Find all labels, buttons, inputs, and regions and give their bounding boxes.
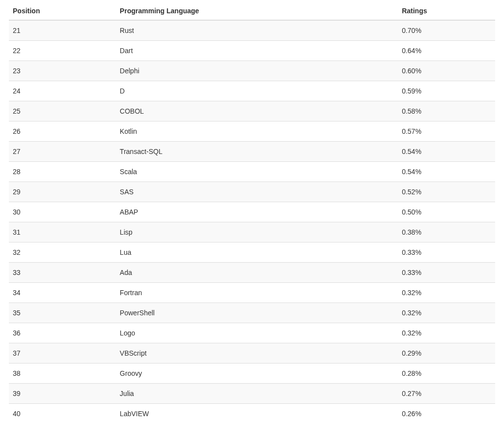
table-row: 28Scala0.54% (9, 162, 495, 182)
cell-position: 22 (9, 41, 116, 61)
cell-position: 28 (9, 162, 116, 182)
cell-position: 33 (9, 263, 116, 283)
header-language: Programming Language (116, 2, 398, 20)
table-row: 24D0.59% (9, 81, 495, 101)
table-row: 27Transact-SQL0.54% (9, 142, 495, 162)
language-rankings-table-container: Position Programming Language Ratings 21… (0, 0, 504, 424)
cell-language: Lua (116, 243, 398, 263)
cell-position: 27 (9, 142, 116, 162)
cell-position: 34 (9, 283, 116, 303)
cell-language: Ada (116, 263, 398, 283)
cell-position: 36 (9, 323, 116, 343)
cell-language: COBOL (116, 101, 398, 121)
cell-ratings: 0.26% (398, 404, 495, 424)
cell-position: 29 (9, 182, 116, 202)
cell-ratings: 0.52% (398, 182, 495, 202)
cell-language: Rust (116, 20, 398, 41)
table-row: 36Logo0.32% (9, 323, 495, 343)
table-row: 33Ada0.33% (9, 263, 495, 283)
table-row: 25COBOL0.58% (9, 101, 495, 121)
cell-language: Transact-SQL (116, 142, 398, 162)
language-rankings-table: Position Programming Language Ratings 21… (9, 2, 495, 424)
cell-position: 35 (9, 303, 116, 323)
table-row: 21Rust0.70% (9, 20, 495, 41)
table-row: 23Delphi0.60% (9, 61, 495, 81)
cell-language: PowerShell (116, 303, 398, 323)
cell-position: 31 (9, 222, 116, 243)
cell-ratings: 0.27% (398, 384, 495, 404)
cell-position: 25 (9, 101, 116, 121)
cell-ratings: 0.70% (398, 20, 495, 41)
cell-language: ABAP (116, 202, 398, 222)
table-row: 29SAS0.52% (9, 182, 495, 202)
cell-language: Scala (116, 162, 398, 182)
table-row: 37VBScript0.29% (9, 343, 495, 364)
cell-ratings: 0.54% (398, 142, 495, 162)
cell-language: SAS (116, 182, 398, 202)
cell-language: D (116, 81, 398, 101)
cell-language: Kotlin (116, 121, 398, 142)
cell-ratings: 0.64% (398, 41, 495, 61)
table-row: 40LabVIEW0.26% (9, 404, 495, 424)
cell-language: Delphi (116, 61, 398, 81)
cell-language: LabVIEW (116, 404, 398, 424)
cell-position: 39 (9, 384, 116, 404)
table-row: 35PowerShell0.32% (9, 303, 495, 323)
header-ratings: Ratings (398, 2, 495, 20)
cell-position: 26 (9, 121, 116, 142)
table-row: 31Lisp0.38% (9, 222, 495, 243)
cell-ratings: 0.38% (398, 222, 495, 243)
header-position: Position (9, 2, 116, 20)
table-row: 38Groovy0.28% (9, 364, 495, 384)
cell-ratings: 0.54% (398, 162, 495, 182)
table-header-row: Position Programming Language Ratings (9, 2, 495, 20)
table-row: 39Julia0.27% (9, 384, 495, 404)
cell-language: Logo (116, 323, 398, 343)
cell-position: 38 (9, 364, 116, 384)
cell-position: 21 (9, 20, 116, 41)
cell-position: 32 (9, 243, 116, 263)
cell-language: Lisp (116, 222, 398, 243)
cell-ratings: 0.60% (398, 61, 495, 81)
table-row: 32Lua0.33% (9, 243, 495, 263)
table-row: 26Kotlin0.57% (9, 121, 495, 142)
cell-ratings: 0.33% (398, 243, 495, 263)
table-row: 34Fortran0.32% (9, 283, 495, 303)
table-row: 22Dart0.64% (9, 41, 495, 61)
cell-position: 23 (9, 61, 116, 81)
cell-ratings: 0.57% (398, 121, 495, 142)
cell-language: Groovy (116, 364, 398, 384)
cell-position: 37 (9, 343, 116, 364)
cell-ratings: 0.28% (398, 364, 495, 384)
cell-ratings: 0.32% (398, 283, 495, 303)
cell-ratings: 0.59% (398, 81, 495, 101)
cell-language: VBScript (116, 343, 398, 364)
cell-language: Dart (116, 41, 398, 61)
cell-position: 24 (9, 81, 116, 101)
cell-ratings: 0.50% (398, 202, 495, 222)
cell-position: 30 (9, 202, 116, 222)
cell-position: 40 (9, 404, 116, 424)
cell-ratings: 0.58% (398, 101, 495, 121)
cell-ratings: 0.33% (398, 263, 495, 283)
cell-ratings: 0.29% (398, 343, 495, 364)
table-row: 30ABAP0.50% (9, 202, 495, 222)
cell-language: Julia (116, 384, 398, 404)
table-body: 21Rust0.70%22Dart0.64%23Delphi0.60%24D0.… (9, 20, 495, 424)
cell-ratings: 0.32% (398, 303, 495, 323)
cell-language: Fortran (116, 283, 398, 303)
cell-ratings: 0.32% (398, 323, 495, 343)
